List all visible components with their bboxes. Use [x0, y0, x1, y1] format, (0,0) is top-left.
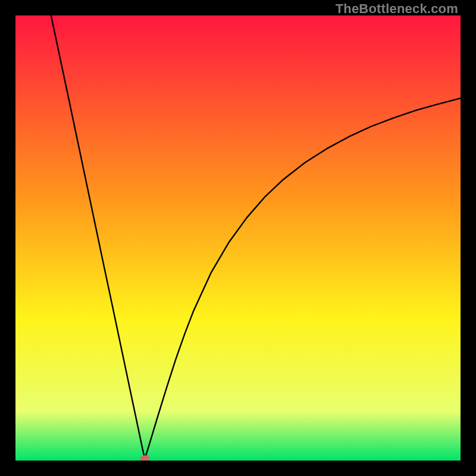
chart-svg — [15, 15, 461, 461]
chart-frame — [15, 15, 461, 461]
watermark-text: TheBottleneck.com — [336, 1, 458, 17]
gradient-background — [15, 15, 461, 461]
